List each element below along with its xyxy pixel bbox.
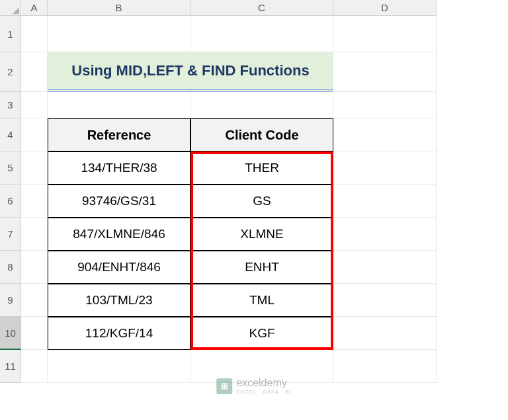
- cell-b3[interactable]: [48, 92, 190, 118]
- table-row[interactable]: 134/THER/38: [48, 151, 190, 185]
- cell-d7[interactable]: [333, 218, 437, 251]
- row-header-9[interactable]: 9: [0, 284, 21, 317]
- col-header-a[interactable]: A: [21, 0, 48, 16]
- table-row[interactable]: 904/ENHT/846: [48, 251, 190, 284]
- row-header-11[interactable]: 11: [0, 350, 21, 383]
- table-header-reference[interactable]: Reference: [48, 118, 190, 151]
- cell-d8[interactable]: [333, 251, 437, 284]
- cell-d11[interactable]: [333, 350, 437, 383]
- table-row[interactable]: 93746/GS/31: [48, 185, 190, 218]
- watermark: ⊞ exceldemy EXCEL · DATA · BI: [216, 377, 292, 395]
- cell-d9[interactable]: [333, 284, 437, 317]
- spreadsheet-grid: A B C D 1 2 Using MID,LEFT & FIND Functi…: [0, 0, 508, 383]
- watermark-text: exceldemy EXCEL · DATA · BI: [236, 377, 292, 395]
- cell-c3[interactable]: [190, 92, 333, 118]
- cell-d3[interactable]: [333, 92, 437, 118]
- col-header-b[interactable]: B: [48, 0, 190, 16]
- cell-a10[interactable]: [21, 317, 48, 350]
- cell-a6[interactable]: [21, 185, 48, 218]
- col-header-c[interactable]: C: [190, 0, 333, 16]
- exceldemy-icon: ⊞: [216, 378, 232, 394]
- cell-a5[interactable]: [21, 151, 48, 185]
- cell-a3[interactable]: [21, 92, 48, 118]
- row-header-7[interactable]: 7: [0, 218, 21, 251]
- row-header-3[interactable]: 3: [0, 92, 21, 118]
- cell-a8[interactable]: [21, 251, 48, 284]
- table-row[interactable]: 847/XLMNE/846: [48, 218, 190, 251]
- cell-a2[interactable]: [21, 52, 48, 92]
- row-header-1[interactable]: 1: [0, 16, 21, 52]
- cell-a9[interactable]: [21, 284, 48, 317]
- row-header-4[interactable]: 4: [0, 118, 21, 151]
- row-header-10[interactable]: 10: [0, 317, 21, 350]
- row-header-6[interactable]: 6: [0, 185, 21, 218]
- cell-b11[interactable]: [48, 350, 190, 383]
- table-row[interactable]: TML: [190, 284, 333, 317]
- row-header-5[interactable]: 5: [0, 151, 21, 185]
- table-header-clientcode[interactable]: Client Code: [190, 118, 333, 151]
- cell-d10[interactable]: [333, 317, 437, 350]
- cell-a1[interactable]: [21, 16, 48, 52]
- page-title[interactable]: Using MID,LEFT & FIND Functions: [48, 52, 333, 92]
- cell-d2[interactable]: [333, 52, 437, 92]
- cell-d4[interactable]: [333, 118, 437, 151]
- cell-a11[interactable]: [21, 350, 48, 383]
- cell-b1[interactable]: [48, 16, 190, 52]
- cell-d6[interactable]: [333, 185, 437, 218]
- cell-d1[interactable]: [333, 16, 437, 52]
- cell-c1[interactable]: [190, 16, 333, 52]
- cell-a4[interactable]: [21, 118, 48, 151]
- select-all-corner[interactable]: [0, 0, 21, 16]
- table-row[interactable]: GS: [190, 185, 333, 218]
- table-row[interactable]: KGF: [190, 317, 333, 350]
- table-row[interactable]: 103/TML/23: [48, 284, 190, 317]
- table-row[interactable]: THER: [190, 151, 333, 185]
- col-header-d[interactable]: D: [333, 0, 437, 16]
- watermark-subtitle: EXCEL · DATA · BI: [236, 389, 292, 395]
- row-header-8[interactable]: 8: [0, 251, 21, 284]
- watermark-title: exceldemy: [236, 377, 292, 389]
- cell-d5[interactable]: [333, 151, 437, 185]
- row-header-2[interactable]: 2: [0, 52, 21, 92]
- table-row[interactable]: ENHT: [190, 251, 333, 284]
- table-row[interactable]: XLMNE: [190, 218, 333, 251]
- table-row[interactable]: 112/KGF/14: [48, 317, 190, 350]
- cell-a7[interactable]: [21, 218, 48, 251]
